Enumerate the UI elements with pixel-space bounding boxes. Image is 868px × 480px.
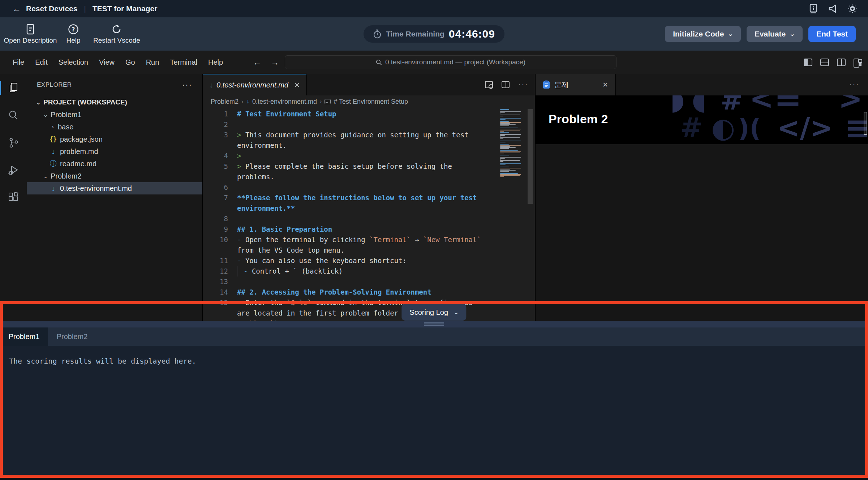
- help-circle-icon: ?: [68, 24, 79, 35]
- code-line: 4>: [203, 151, 535, 161]
- split-editor-icon[interactable]: [502, 81, 510, 88]
- nav-back-icon[interactable]: ←: [253, 57, 261, 67]
- code-line: 1# Test Environment Setup: [203, 109, 535, 119]
- toggle-panel-icon[interactable]: [820, 59, 829, 66]
- code-line: 14## 2. Accessing the Problem-Solving En…: [203, 287, 535, 297]
- editor-more-actions-icon[interactable]: ···: [518, 80, 528, 89]
- md-file-icon: ↓: [48, 184, 58, 193]
- source-control-icon[interactable]: [5, 134, 22, 151]
- tree-item-package-json[interactable]: {}package.json: [27, 133, 202, 145]
- extensions-icon[interactable]: [5, 189, 22, 206]
- code-line: are located in the first problem folder …: [203, 308, 535, 318]
- help-button[interactable]: ? Help: [57, 24, 90, 44]
- code-line: 3> This document provides guidance on se…: [203, 130, 535, 140]
- menu-view[interactable]: View: [94, 58, 120, 67]
- explorer-icon[interactable]: [5, 80, 22, 96]
- title-bar: ← Reset Devices | TEST for Manager: [0, 0, 868, 17]
- editor-group: ↓ 0.test-environment.md ✕ ··· Problem2 ›…: [202, 74, 535, 321]
- chevron-right-icon: ›: [48, 123, 57, 130]
- json-file-icon: {}: [48, 136, 58, 143]
- menu-selection[interactable]: Selection: [53, 58, 94, 67]
- scoring-log-button[interactable]: Scoring Log ⌄: [401, 304, 466, 321]
- tree-item-0-test-environment-md[interactable]: ↓0.test-environment.md: [27, 182, 202, 194]
- restart-vscode-button[interactable]: Restart Vscode: [90, 24, 144, 44]
- chevron-down-icon: ⌄: [727, 31, 734, 37]
- evaluate-button[interactable]: Evaluate⌄: [747, 26, 803, 42]
- panel-more-actions-icon[interactable]: ···: [849, 80, 859, 89]
- markdown-file-icon: ↓: [209, 81, 213, 89]
- code-line: environment.: [203, 140, 535, 151]
- file-tree: ⌄PROJECT (WORKSPACE)⌄Problem1›base{}pack…: [27, 96, 202, 194]
- timer-value: 04:46:09: [449, 28, 495, 40]
- menu-help[interactable]: Help: [203, 58, 228, 67]
- menu-edit[interactable]: Edit: [30, 58, 53, 67]
- customize-layout-icon[interactable]: [854, 59, 862, 66]
- menu-terminal[interactable]: Terminal: [164, 58, 203, 67]
- info-book-icon[interactable]: [809, 4, 818, 13]
- open-description-button[interactable]: Open Description: [4, 24, 57, 44]
- tree-item-problem2[interactable]: ⌄Problem2: [27, 170, 202, 182]
- tree-item-project-workspace-[interactable]: ⌄PROJECT (WORKSPACE): [27, 96, 202, 108]
- editor-scrollbar[interactable]: [528, 109, 533, 204]
- svg-text:?: ?: [72, 26, 75, 33]
- minimap[interactable]: [500, 109, 522, 177]
- code-line: Problem1`): [203, 318, 535, 321]
- tree-item-problem-md[interactable]: ↓problem.md: [27, 145, 202, 158]
- code-editor[interactable]: 1# Test Environment Setup23> This docume…: [203, 108, 535, 321]
- info-file-icon: ⓘ: [48, 159, 58, 168]
- code-line: problems.: [203, 172, 535, 182]
- tree-item-readme-md[interactable]: ⓘreadme.md: [27, 158, 202, 170]
- code-glyph-decoration: #: [680, 114, 702, 141]
- reset-devices-link[interactable]: Reset Devices: [26, 4, 77, 13]
- time-remaining-pill: Time Remaining 04:46:09: [364, 25, 504, 43]
- menu-file[interactable]: File: [7, 58, 30, 67]
- code-glyph-decoration: ◗: [670, 95, 685, 113]
- panel-scrollbar[interactable]: [864, 112, 867, 135]
- panel-resize-strip[interactable]: [0, 321, 868, 327]
- chevron-down-icon: ⌄: [34, 99, 43, 106]
- toggle-sidebar-icon[interactable]: [804, 59, 812, 66]
- tree-item-problem1[interactable]: ⌄Problem1: [27, 108, 202, 121]
- code-line: 5> Please complete the basic setup befor…: [203, 161, 535, 172]
- end-test-button[interactable]: End Test: [808, 26, 856, 42]
- scoring-tab-problem2[interactable]: Problem2: [48, 327, 96, 346]
- scoring-message: The scoring results will be displayed he…: [9, 357, 196, 365]
- activity-bar: [0, 74, 27, 321]
- tree-item-label: Problem1: [51, 111, 82, 119]
- explorer-title: EXPLORER: [37, 81, 72, 89]
- menu-go[interactable]: Go: [120, 58, 141, 67]
- toggle-secondary-sidebar-icon[interactable]: [837, 59, 846, 66]
- problem-panel: 문제 ✕ ··· Problem 2 ◗◖#<=>#◐)(</>≡: [535, 74, 868, 321]
- close-icon[interactable]: ✕: [602, 81, 608, 89]
- title-divider: |: [84, 5, 86, 13]
- announcement-icon[interactable]: [828, 4, 838, 13]
- back-arrow-icon[interactable]: ←: [12, 4, 21, 14]
- command-center-search[interactable]: 0.test-environment.md — project (Workspa…: [285, 55, 616, 69]
- explorer-more-actions-icon[interactable]: ···: [182, 80, 192, 90]
- close-icon[interactable]: ✕: [294, 81, 300, 89]
- panel-drag-handle[interactable]: [424, 322, 444, 327]
- tab-problem-description[interactable]: 문제 ✕: [536, 74, 616, 95]
- tab-test-environment[interactable]: ↓ 0.test-environment.md ✕: [203, 74, 307, 95]
- problem-panel-body: [536, 144, 868, 321]
- code-line: 6: [203, 182, 535, 193]
- search-icon[interactable]: [5, 107, 22, 124]
- code-glyph-decoration: )(: [738, 116, 761, 141]
- editor-tab-bar: ↓ 0.test-environment.md ✕ ···: [203, 74, 535, 95]
- menu-run[interactable]: Run: [141, 58, 165, 67]
- tree-item-base[interactable]: ›base: [27, 121, 202, 133]
- scoring-tab-problem1[interactable]: Problem1: [0, 327, 48, 346]
- toolbar: Open Description ? Help Restart Vscode T…: [0, 17, 868, 51]
- open-preview-icon[interactable]: [485, 81, 493, 88]
- explorer-sidebar: EXPLORER ··· ⌄PROJECT (WORKSPACE)⌄Proble…: [27, 74, 202, 321]
- app-title: TEST for Manager: [93, 4, 158, 13]
- breadcrumb[interactable]: Problem2 › ↓ 0.test-environment.md › # T…: [203, 95, 535, 108]
- markdown-file-icon: ↓: [246, 98, 249, 105]
- code-line: 13: [203, 277, 535, 287]
- scoring-panel-tabs: Problem1Problem2: [0, 327, 868, 346]
- nav-forward-icon[interactable]: →: [271, 57, 279, 67]
- run-debug-icon[interactable]: [5, 162, 22, 179]
- settings-gear-icon[interactable]: [848, 4, 857, 13]
- initialize-code-button[interactable]: Initialize Code⌄: [665, 26, 741, 42]
- problem-banner: Problem 2 ◗◖#<=>#◐)(</>≡: [536, 95, 868, 144]
